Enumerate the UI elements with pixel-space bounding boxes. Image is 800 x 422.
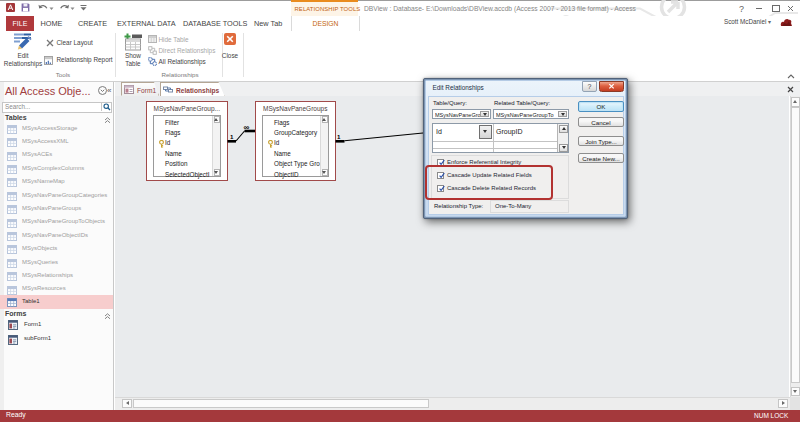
svg-text:1: 1 <box>230 133 234 140</box>
svg-text:∞: ∞ <box>244 122 250 131</box>
svg-text:1: 1 <box>337 133 341 140</box>
